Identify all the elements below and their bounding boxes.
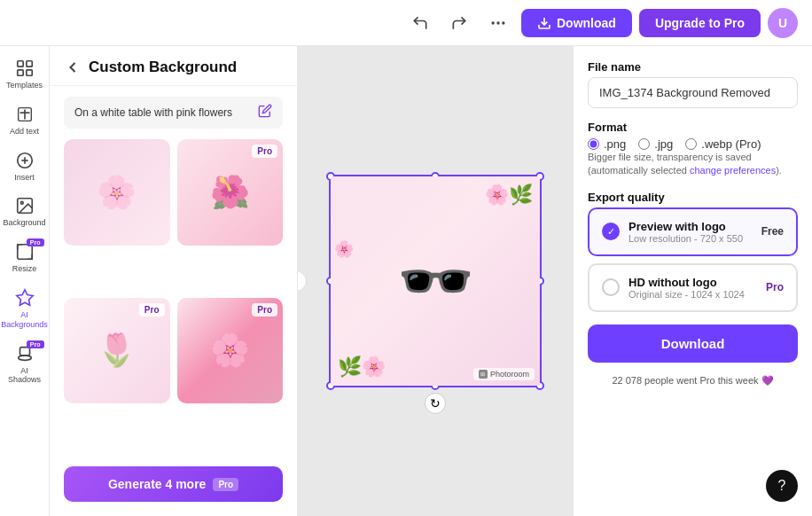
sidebar-item-templates[interactable]: Templates bbox=[4, 53, 46, 96]
file-name-label: File name bbox=[588, 60, 798, 74]
file-name-section: File name bbox=[588, 60, 798, 108]
sidebar-item-label: Resize bbox=[12, 264, 37, 274]
topbar-download-button[interactable]: Download bbox=[521, 9, 632, 37]
undo-button[interactable] bbox=[404, 7, 436, 39]
sidebar-item-background[interactable]: Background bbox=[4, 191, 46, 233]
format-options: .png .jpg .webp (Pro) bbox=[588, 137, 798, 151]
collapse-panel-button[interactable]: ‹ bbox=[298, 270, 307, 292]
svg-rect-7 bbox=[26, 70, 31, 75]
topbar: Download Upgrade to Pro U bbox=[0, 0, 812, 46]
download-panel: File name Format .png .jpg .webp (Pro) bbox=[573, 46, 812, 516]
flower-decoration-top: 🌸🌿 bbox=[485, 184, 533, 207]
change-preferences-link[interactable]: change preferences bbox=[690, 165, 776, 176]
gen-pro-badge: Pro bbox=[213, 478, 238, 491]
svg-point-1 bbox=[496, 21, 499, 24]
rotate-button[interactable]: ↻ bbox=[425, 393, 446, 414]
search-box bbox=[64, 97, 283, 129]
svg-rect-6 bbox=[17, 70, 22, 75]
quality-preview-desc: Low resolution - 720 x 550 bbox=[629, 233, 753, 244]
format-jpg-radio[interactable] bbox=[638, 138, 650, 150]
quality-hd-radio bbox=[602, 278, 620, 296]
svg-rect-4 bbox=[17, 61, 22, 66]
sidebar-item-label: Insert bbox=[14, 173, 35, 183]
background-option-2[interactable]: 🌺 Pro bbox=[177, 139, 284, 246]
svg-text:⊞: ⊞ bbox=[480, 371, 485, 377]
quality-preview-badge: Free bbox=[761, 225, 784, 238]
quality-hd-card[interactable]: HD without logo Original size - 1024 x 1… bbox=[588, 263, 798, 312]
canvas-background: 🌸🌿 🌸 🌿🌸 🕶️ bbox=[331, 176, 540, 386]
photoroom-logo: ⊞ Photoroom bbox=[473, 368, 535, 380]
canvas-area: ‹ 🌸🌿 🌸 🌿🌸 🕶️ bbox=[298, 46, 573, 516]
pro-promo-text: 22 078 people went Pro this week 💜 bbox=[588, 375, 798, 387]
svg-marker-17 bbox=[16, 290, 32, 305]
sidebar-item-insert[interactable]: Insert bbox=[4, 145, 46, 188]
format-hint: Bigger file size, transparency is saved … bbox=[588, 151, 798, 178]
sidebar-item-label: Add text bbox=[10, 127, 39, 137]
quality-hd-badge: Pro bbox=[766, 281, 784, 293]
help-button[interactable]: ? bbox=[766, 470, 798, 502]
svg-point-15 bbox=[20, 202, 23, 205]
sidebar-item-resize[interactable]: Pro Resize bbox=[4, 237, 46, 279]
flower-decoration-bottom: 🌿🌸 bbox=[338, 356, 386, 379]
flower-decoration-left: 🌸 bbox=[334, 239, 354, 259]
background-panel: Custom Background 🌸 🌺 Pro 🌷 Pro bbox=[50, 46, 298, 516]
format-jpg[interactable]: .jpg bbox=[638, 137, 673, 151]
background-option-3[interactable]: 🌷 Pro bbox=[64, 298, 170, 404]
redo-button[interactable] bbox=[443, 7, 475, 39]
sidebar-item-ai-backgrounds[interactable]: AI Backgrounds bbox=[4, 283, 46, 335]
quality-hd-desc: Original size - 1024 x 1024 bbox=[629, 289, 757, 300]
svg-rect-16 bbox=[17, 245, 32, 260]
svg-point-0 bbox=[491, 21, 494, 24]
pro-badge: Pro bbox=[27, 238, 44, 246]
edit-icon bbox=[258, 104, 272, 121]
quality-preview-card[interactable]: Preview with logo Low resolution - 720 x… bbox=[588, 207, 798, 256]
svg-point-18 bbox=[18, 355, 31, 360]
quality-section: Export quality Preview with logo Low res… bbox=[588, 191, 798, 312]
background-option-4[interactable]: 🌸 Pro bbox=[177, 298, 284, 404]
svg-rect-5 bbox=[26, 61, 31, 66]
quality-preview-info: Preview with logo Low resolution - 720 x… bbox=[629, 220, 753, 244]
svg-point-2 bbox=[502, 21, 504, 24]
sidebar-item-label: Background bbox=[3, 218, 45, 228]
pro-tag: Pro bbox=[252, 145, 277, 158]
format-png[interactable]: .png bbox=[588, 137, 626, 151]
avatar[interactable]: U bbox=[768, 8, 798, 38]
upgrade-button[interactable]: Upgrade to Pro bbox=[639, 9, 761, 37]
pro-badge: Pro bbox=[27, 340, 44, 348]
panel-back-button[interactable] bbox=[64, 59, 82, 76]
quality-hd-info: HD without logo Original size - 1024 x 1… bbox=[629, 276, 757, 300]
format-webp[interactable]: .webp (Pro) bbox=[685, 137, 761, 151]
quality-preview-radio bbox=[602, 223, 620, 240]
file-name-input[interactable] bbox=[588, 77, 798, 108]
sidebar: Templates Add text Insert Background Pro… bbox=[0, 46, 50, 516]
panel-image-grid: 🌸 🌺 Pro 🌷 Pro 🌸 Pro bbox=[50, 139, 297, 459]
pro-tag: Pro bbox=[252, 303, 277, 317]
generate-more-button[interactable]: Generate 4 more Pro bbox=[64, 466, 283, 502]
background-option-1[interactable]: 🌸 bbox=[64, 139, 170, 246]
pro-tag: Pro bbox=[139, 303, 165, 317]
download-button[interactable]: Download bbox=[588, 324, 798, 363]
canvas-inner: 🌸🌿 🌸 🌿🌸 🕶️ ⊞ Photoroom bbox=[331, 176, 540, 386]
panel-header: Custom Background bbox=[50, 46, 297, 86]
quality-hd-name: HD without logo bbox=[629, 276, 757, 289]
format-png-radio[interactable] bbox=[588, 138, 599, 150]
more-options-button[interactable] bbox=[482, 7, 514, 39]
format-webp-radio[interactable] bbox=[685, 138, 697, 150]
search-input[interactable] bbox=[74, 106, 251, 119]
cat-glasses-image: 🕶️ bbox=[397, 250, 474, 312]
canvas-frame: 🌸🌿 🌸 🌿🌸 🕶️ ⊞ Photoroom bbox=[329, 175, 542, 387]
quality-label: Export quality bbox=[588, 191, 798, 204]
main-content: Templates Add text Insert Background Pro… bbox=[0, 46, 812, 516]
format-section: Format .png .jpg .webp (Pro) Bigger file… bbox=[588, 121, 798, 178]
sidebar-item-ai-shadows[interactable]: Pro AI Shadows bbox=[4, 339, 46, 391]
sidebar-item-label: AI Backgrounds bbox=[1, 310, 48, 330]
sidebar-item-label: AI Shadows bbox=[7, 366, 43, 386]
panel-title: Custom Background bbox=[89, 59, 237, 76]
svg-rect-19 bbox=[20, 347, 29, 355]
format-label: Format bbox=[588, 121, 798, 134]
sidebar-item-add-text[interactable]: Add text bbox=[4, 99, 46, 142]
quality-preview-name: Preview with logo bbox=[629, 220, 753, 233]
sidebar-item-label: Templates bbox=[6, 81, 43, 90]
